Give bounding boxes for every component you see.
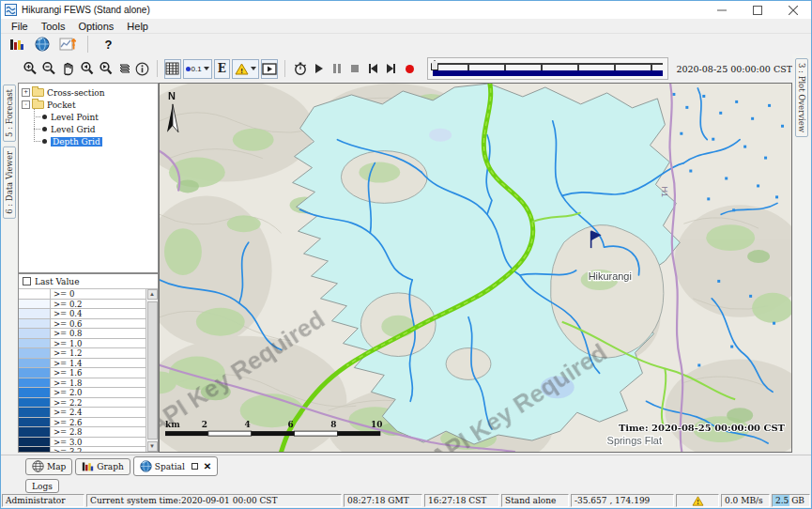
legend-color-swatch: [19, 368, 51, 378]
movie-play-icon: [262, 63, 277, 75]
tab-graph[interactable]: Graph: [75, 458, 130, 475]
stop-button[interactable]: [347, 59, 363, 79]
menu-help[interactable]: Help: [120, 19, 155, 33]
animation-speed-button[interactable]: [292, 59, 309, 79]
tree-node-depth-grid[interactable]: Depth Grid: [29, 135, 158, 147]
status-bar: Administrator Current system time:2020-0…: [1, 493, 811, 508]
record-icon: [406, 65, 414, 73]
legend-row[interactable]: >= 2.0: [19, 388, 146, 398]
menu-tools[interactable]: Tools: [35, 19, 72, 33]
tab-spatial[interactable]: Spatial ✕: [133, 456, 218, 476]
play-button[interactable]: [311, 59, 327, 79]
last-frame-button[interactable]: [383, 59, 399, 79]
bottom-tab-bar: Map Graph Spatial ✕: [1, 455, 811, 477]
info-button[interactable]: [134, 59, 150, 79]
explorer-button[interactable]: [7, 35, 26, 54]
menu-options[interactable]: Options: [71, 19, 120, 33]
legend-row[interactable]: >= 0.4: [19, 309, 146, 319]
toolbar-separator: [284, 60, 285, 77]
legend-row[interactable]: >= 3.0: [19, 438, 146, 448]
legend-row[interactable]: >= 2.6: [19, 418, 146, 428]
legend-row[interactable]: >= 1.4: [19, 359, 146, 369]
tab-label: Spatial: [155, 462, 185, 471]
tab-map[interactable]: Map: [25, 458, 72, 475]
labels-button[interactable]: E: [214, 59, 230, 79]
legend-row[interactable]: >= 0: [19, 289, 146, 300]
warnings-dropdown[interactable]: !: [232, 59, 259, 79]
legend-row[interactable]: >= 2.4: [19, 408, 146, 418]
time-slider[interactable]: [427, 57, 668, 80]
legend-row[interactable]: >= 1.2: [19, 348, 146, 359]
place-label-springs-flat: Springs Flat: [607, 435, 662, 446]
globe-icon: [140, 460, 152, 472]
sidebar-tab-plot-overview[interactable]: 3 : Plot Overview: [795, 58, 808, 137]
zoom-in-button[interactable]: [22, 59, 38, 79]
pan-button[interactable]: [59, 59, 76, 79]
tree-node-level-grid[interactable]: Level Grid: [29, 123, 158, 135]
sidebar-tab-data-viewer[interactable]: 6 : Data Viewer: [3, 147, 16, 219]
legend-value-label: >= 2.4: [51, 408, 146, 417]
map-display-button[interactable]: [32, 35, 52, 54]
interval-label: 0.1: [192, 65, 202, 73]
scrollbar-thumb[interactable]: [147, 301, 158, 440]
movie-player-button[interactable]: [261, 59, 278, 79]
current-datetime-label: 2020-08-25 00:00:00 CST: [676, 64, 792, 74]
tree-node-pocket[interactable]: - Pocket: [22, 99, 158, 111]
menu-file[interactable]: File: [5, 19, 35, 33]
legend-scrollbar[interactable]: ▲ ▼: [146, 289, 158, 452]
legend-row[interactable]: >= 0.6: [19, 319, 146, 330]
close-button[interactable]: [775, 1, 811, 19]
zoom-previous-button[interactable]: [78, 59, 95, 79]
legend-row[interactable]: >= 2.2: [19, 398, 146, 409]
legend-color-swatch: [19, 348, 51, 358]
zoom-out-button[interactable]: [40, 59, 57, 79]
minimize-button[interactable]: [704, 1, 740, 19]
status-time-cst: 16:27:18 CST: [424, 494, 499, 507]
grid-toggle-button[interactable]: [164, 59, 180, 79]
pause-button[interactable]: [329, 59, 345, 79]
main-toolbar: ?: [1, 34, 811, 54]
legend-color-swatch: [19, 289, 51, 299]
help-button[interactable]: ?: [99, 35, 118, 54]
time-slider-handle[interactable]: [431, 60, 438, 70]
expand-icon[interactable]: +: [22, 88, 30, 97]
legend-row[interactable]: >= 3.2: [19, 447, 146, 452]
timeseries-display-button[interactable]: [57, 35, 77, 54]
legend-row[interactable]: >= 0.2: [19, 300, 146, 310]
status-warning-cell[interactable]: !: [676, 494, 719, 507]
close-tab-icon[interactable]: ✕: [204, 461, 211, 471]
legend-color-swatch: [19, 300, 51, 309]
tree-children: Level Point Level Grid Depth Grid: [29, 111, 158, 147]
legend-row[interactable]: >= 1.8: [19, 378, 146, 389]
map-canvas[interactable]: H1 API Key Required API Key Required Hik…: [159, 83, 792, 453]
layers-button[interactable]: [115, 59, 132, 79]
tree-node-level-point[interactable]: Level Point: [29, 111, 158, 123]
legend-color-swatch: [19, 398, 51, 408]
legend-row[interactable]: >= 1.0: [19, 339, 146, 349]
stop-icon: [351, 65, 359, 72]
maximize-tab-icon[interactable]: [192, 463, 198, 470]
legend-row[interactable]: >= 0.8: [19, 329, 146, 339]
first-frame-button[interactable]: [365, 59, 381, 79]
legend-header: Last Value: [19, 274, 158, 289]
dot-icon: [186, 67, 191, 71]
chevron-down-icon: [204, 67, 209, 70]
legend-value-label: >= 2.6: [51, 418, 146, 427]
right-tab-strip: 3 : Plot Overview: [792, 54, 811, 453]
logs-button[interactable]: Logs: [25, 479, 59, 493]
record-button[interactable]: [402, 59, 418, 79]
zoom-next-button[interactable]: [97, 59, 114, 79]
collapse-icon[interactable]: -: [22, 100, 30, 109]
tree-node-cross-section[interactable]: + Cross-section: [22, 86, 158, 99]
interval-dropdown[interactable]: 0.1: [183, 59, 212, 79]
legend-row[interactable]: >= 1.6: [19, 368, 146, 378]
scroll-down-icon[interactable]: ▼: [147, 441, 158, 452]
svg-text:6: 6: [287, 420, 293, 429]
folder-icon: [32, 88, 44, 97]
legend-row[interactable]: >= 2.8: [19, 427, 146, 438]
last-value-checkbox[interactable]: [23, 277, 31, 285]
sidebar-tab-forecast[interactable]: 5 : Forecast: [3, 85, 16, 142]
window-title: Hikurangi FEWS (Stand alone): [22, 5, 150, 15]
scroll-up-icon[interactable]: ▲: [147, 289, 158, 300]
maximize-button[interactable]: [740, 1, 775, 19]
